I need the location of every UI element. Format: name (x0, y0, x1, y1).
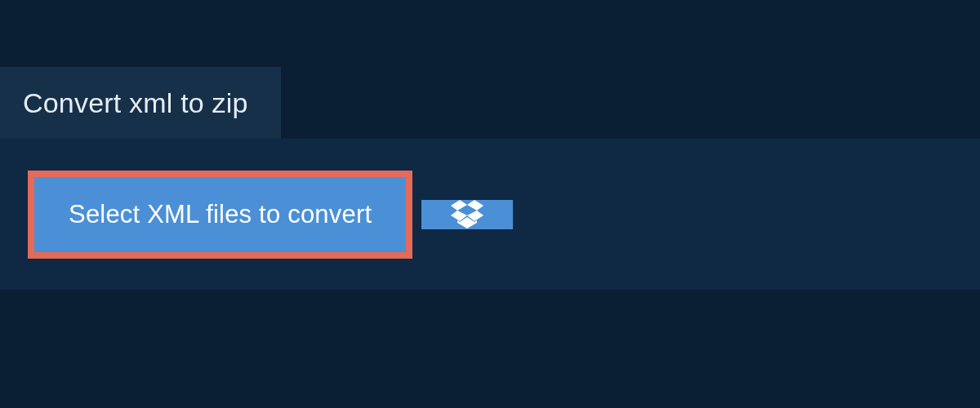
converter-page: Convert xml to zip Select XML files to c… (0, 0, 980, 408)
active-tab[interactable]: Convert xml to zip (0, 67, 281, 139)
select-files-button[interactable]: Select XML files to convert (34, 177, 406, 252)
upload-panel: Select XML files to convert (0, 139, 980, 290)
svg-marker-1 (467, 200, 483, 211)
tab-title: Convert xml to zip (23, 87, 248, 119)
select-files-highlight: Select XML files to convert (28, 171, 412, 259)
dropbox-icon (451, 200, 483, 229)
dropbox-source-button[interactable] (421, 200, 513, 229)
select-files-label: Select XML files to convert (69, 200, 372, 229)
svg-marker-0 (451, 200, 467, 211)
